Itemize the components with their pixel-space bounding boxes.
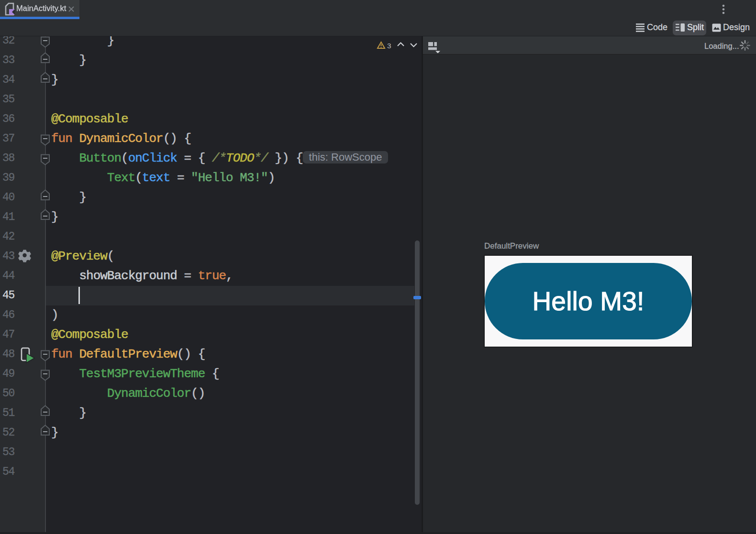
svg-text:3: 3 bbox=[387, 42, 391, 50]
